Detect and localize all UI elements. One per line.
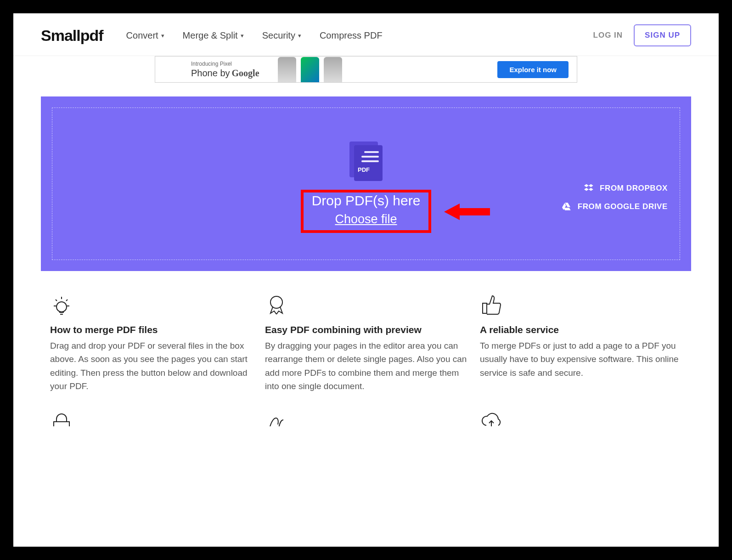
header: Smallpdf Convert ▾ Merge & Split ▾ Secur…	[13, 13, 719, 56]
from-gdrive-label: FROM GOOGLE DRIVE	[578, 202, 668, 211]
feature-title: How to merge PDF files	[50, 324, 252, 335]
feature-text: To merge PDFs or just to add a page to a…	[480, 339, 682, 379]
nav-convert-label: Convert	[126, 30, 158, 41]
svg-marker-0	[444, 204, 490, 220]
pdf-file-icon: PDF	[349, 141, 383, 181]
feature-title: A reliable service	[480, 324, 682, 335]
lightbulb-icon	[50, 293, 252, 318]
dropzone-title: Drop PDF(s) here	[312, 193, 421, 209]
feature-card: Easy PDF combining with preview By dragg…	[265, 293, 467, 393]
nav-merge-split-label: Merge & Split	[183, 30, 238, 41]
nav-compress[interactable]: Compress PDF	[320, 30, 383, 41]
ad-intro: Introducing Pixel	[191, 61, 232, 67]
main-nav: Convert ▾ Merge & Split ▾ Security ▾ Com…	[126, 30, 383, 41]
svg-point-2	[270, 296, 282, 308]
feature-text: By dragging your pages in the editor are…	[265, 339, 467, 393]
login-button[interactable]: LOG IN	[593, 31, 623, 40]
phone-illustration	[278, 56, 342, 83]
from-google-drive-button[interactable]: FROM GOOGLE DRIVE	[562, 202, 668, 212]
cloud-source-links: FROM DROPBOX FROM GOOGLE DRIVE	[562, 183, 668, 212]
nav-compress-label: Compress PDF	[320, 30, 383, 41]
lock-icon	[50, 410, 252, 426]
feature-title: Easy PDF combining with preview	[265, 324, 467, 335]
app-frame: Smallpdf Convert ▾ Merge & Split ▾ Secur…	[11, 11, 721, 549]
nav-security[interactable]: Security ▾	[262, 30, 301, 41]
from-dropbox-button[interactable]: FROM DROPBOX	[584, 183, 668, 193]
google-drive-icon	[562, 202, 572, 212]
dropbox-icon	[584, 183, 594, 193]
feature-text: Drag and drop your PDF or several files …	[50, 339, 252, 393]
ad-banner[interactable]: Introducing Pixel Phone by Google Explor…	[155, 56, 577, 83]
nav-security-label: Security	[262, 30, 295, 41]
thumbs-up-icon	[480, 293, 682, 318]
logo[interactable]: Smallpdf	[41, 27, 103, 45]
cloud-upload-icon	[480, 410, 682, 426]
pdf-badge-label: PDF	[358, 166, 370, 173]
svg-point-1	[56, 302, 67, 312]
feature-card: A reliable service To merge PDFs or just…	[480, 293, 682, 393]
ad-cta-button[interactable]: Explore it now	[497, 61, 569, 78]
nav-merge-split[interactable]: Merge & Split ▾	[183, 30, 244, 41]
dropzone: PDF Drop PDF(s) here Choose file FROM DR…	[41, 96, 691, 271]
features-row-2-partial	[13, 393, 719, 426]
hand-pinch-icon	[265, 410, 467, 426]
ad-title: Phone by Google	[191, 68, 259, 79]
from-dropbox-label: FROM DROPBOX	[600, 184, 668, 193]
feature-card: How to merge PDF files Drag and drop you…	[50, 293, 252, 393]
chevron-down-icon: ▾	[241, 32, 244, 39]
annotation-arrow-icon	[444, 202, 490, 222]
choose-file-link[interactable]: Choose file	[335, 212, 397, 226]
signup-button[interactable]: SIGN UP	[634, 24, 691, 46]
nav-convert[interactable]: Convert ▾	[126, 30, 164, 41]
header-auth: LOG IN SIGN UP	[593, 24, 691, 46]
features-row: How to merge PDF files Drag and drop you…	[13, 271, 719, 393]
chevron-down-icon: ▾	[161, 32, 164, 39]
chevron-down-icon: ▾	[298, 32, 301, 39]
ad-text: Introducing Pixel Phone by Google	[191, 61, 259, 79]
ribbon-icon	[265, 293, 467, 318]
dropzone-inner[interactable]: PDF Drop PDF(s) here Choose file FROM DR…	[52, 107, 680, 260]
svg-rect-3	[483, 303, 487, 313]
